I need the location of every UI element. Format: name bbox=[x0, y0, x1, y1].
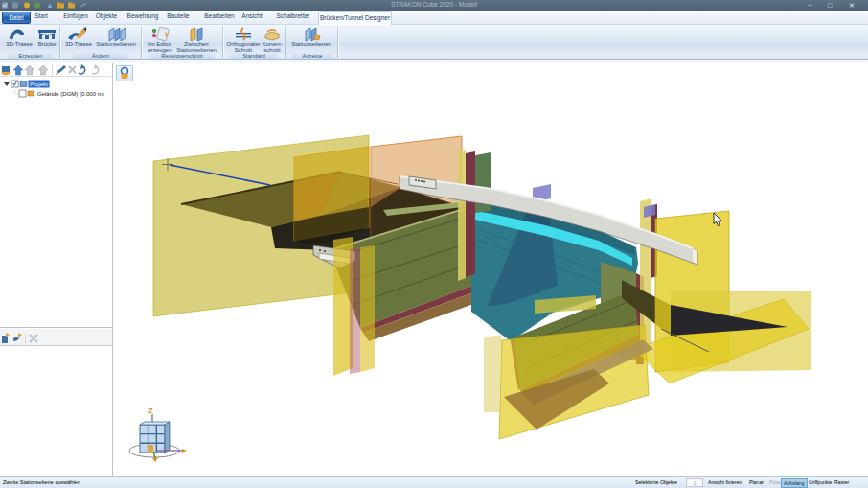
svg-text:Projekt: Projekt bbox=[30, 81, 48, 87]
svg-text:Gelände (DGM) (0.000 m): Gelände (DGM) (0.000 m) bbox=[37, 91, 104, 97]
svg-text:Z: Z bbox=[148, 407, 153, 415]
